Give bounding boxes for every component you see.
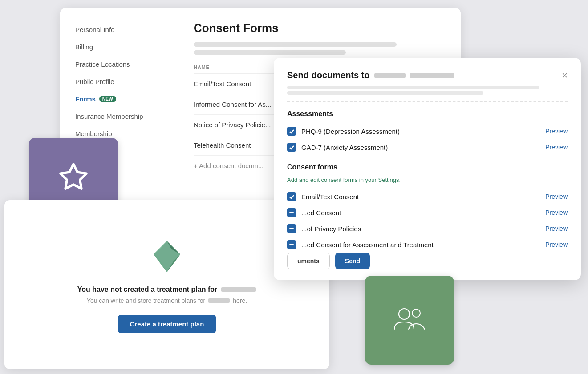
consent-row-informed[interactable]: ...ed Consent Preview: [287, 205, 568, 221]
svg-marker-1: [154, 241, 180, 272]
consent-row-privacy[interactable]: ...of Privacy Policies Preview: [287, 221, 568, 237]
sidebar-item-practice-locations[interactable]: Practice Locations: [69, 56, 171, 72]
modal-close-button[interactable]: ×: [562, 71, 568, 80]
create-treatment-plan-button[interactable]: Create a treatment plan: [118, 315, 217, 333]
checkbox-assessment-treatment[interactable]: [287, 240, 296, 249]
avatar-card: [365, 276, 454, 365]
modal-header: Send documents to ×: [287, 70, 568, 80]
send-button[interactable]: Send: [335, 253, 370, 269]
sidebar-item-forms[interactable]: Forms New: [69, 91, 171, 107]
treatment-plan-text: You have not created a treatment plan fo…: [77, 286, 256, 294]
assessments-label: Assessments: [287, 110, 568, 118]
svg-marker-0: [61, 164, 86, 189]
preview-email-text-link[interactable]: Preview: [545, 193, 568, 200]
star-icon: [58, 161, 89, 194]
patient-name-inline-skeleton: [208, 298, 230, 303]
sidebar-item-insurance-membership[interactable]: Insurance Membership: [69, 108, 171, 125]
modal-footer: uments Send: [287, 253, 568, 269]
diamond-icon: [147, 237, 187, 277]
consent-forms-settings-link[interactable]: Add and edit consent forms in your Setti…: [287, 177, 568, 183]
svg-point-9: [399, 309, 410, 319]
modal-sub-skeleton-1: [287, 86, 539, 89]
consent-row-assessment-treatment[interactable]: ...ed Consent for Assessment and Treatme…: [287, 237, 568, 253]
skeleton-2: [194, 50, 346, 55]
consent-forms-label: Consent forms: [287, 163, 568, 171]
sidebar-item-public-profile[interactable]: Public Profile: [69, 73, 171, 90]
documents-button[interactable]: uments: [287, 253, 330, 269]
consent-row-email-text[interactable]: Email/Text Consent Preview: [287, 189, 568, 205]
assessment-row-gad7[interactable]: GAD-7 (Anxiety Assessment) Preview: [287, 139, 568, 155]
preview-assessment-treatment-link[interactable]: Preview: [545, 241, 568, 248]
page-title: Consent Forms: [194, 21, 447, 35]
checkbox-gad7[interactable]: [287, 143, 296, 152]
checkbox-phq9[interactable]: [287, 127, 296, 136]
sidebar-item-billing[interactable]: Billing: [69, 39, 171, 55]
checkbox-email-text[interactable]: [287, 192, 296, 201]
modal-divider: [287, 101, 568, 102]
assessment-row-phq9[interactable]: PHQ-9 (Depression Assessment) Preview: [287, 123, 568, 139]
modal-title: Send documents to: [287, 70, 454, 80]
preview-informed-link[interactable]: Preview: [545, 209, 568, 216]
skeleton-1: [194, 42, 397, 47]
svg-point-10: [412, 309, 420, 317]
users-icon: [392, 302, 427, 339]
new-badge: New: [99, 96, 116, 102]
send-documents-modal: Send documents to × Assessments PHQ-9 (D…: [274, 58, 581, 280]
checkbox-privacy[interactable]: [287, 224, 296, 233]
preview-privacy-link[interactable]: Preview: [545, 225, 568, 232]
preview-phq9-link[interactable]: Preview: [545, 128, 568, 135]
checkbox-informed[interactable]: [287, 208, 296, 217]
treatment-plan-sub: You can write and store treatment plans …: [87, 297, 247, 304]
sidebar-item-personal-info[interactable]: Personal Info: [69, 21, 171, 38]
patient-name-skeleton: [221, 287, 256, 292]
modal-sub-skeleton-2: [287, 91, 483, 95]
recipient-name-skeleton: [374, 73, 406, 78]
recipient-name-skeleton-2: [410, 73, 454, 78]
preview-gad7-link[interactable]: Preview: [545, 144, 568, 151]
